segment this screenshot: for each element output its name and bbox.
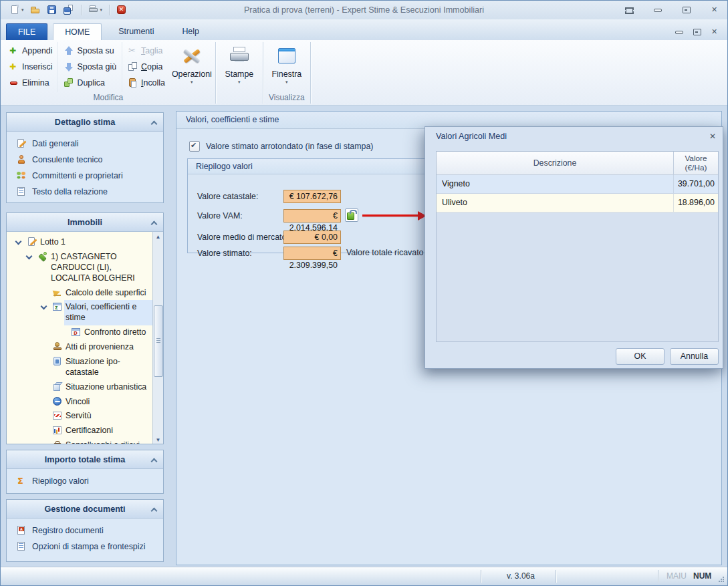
tree-node-situazione-ipo-catastale[interactable]: Situazione ipo-catastale xyxy=(7,355,163,380)
scroll-up-icon[interactable]: ▲ xyxy=(154,232,162,242)
save-button[interactable] xyxy=(45,3,59,17)
mdi-minimize-icon[interactable] xyxy=(674,27,683,37)
copia-button[interactable]: Copia xyxy=(124,59,169,75)
open-vam-icon[interactable] xyxy=(345,208,358,222)
exit-app-button[interactable] xyxy=(114,3,129,17)
plus-green-icon xyxy=(9,45,19,56)
panel-header[interactable]: Immobili xyxy=(7,213,163,232)
title-bar: ▾▾ Pratica di prova (terreni) - Expert S… xyxy=(1,1,727,19)
sidebar-item-dati-generali[interactable]: Dati generali xyxy=(7,136,163,152)
ribbon-group-label: Modifica xyxy=(3,92,213,105)
incolla-button[interactable]: Incolla xyxy=(124,75,169,91)
collapse-chevron-icon[interactable] xyxy=(152,120,156,125)
ok-button[interactable]: OK xyxy=(616,348,664,365)
annulla-button[interactable]: Annulla xyxy=(670,348,719,365)
tree-expander-icon[interactable] xyxy=(26,254,32,260)
ribbon-separator xyxy=(215,42,216,104)
minimize-icon[interactable] xyxy=(652,5,663,15)
rounded-value-checkbox[interactable] xyxy=(189,141,200,152)
dialog-close-icon[interactable]: ✕ xyxy=(709,131,716,142)
field-label-valore-catastale: Valore catastale: xyxy=(197,190,258,203)
rounded-value-label: Valore stimato arrotondato (in fase di s… xyxy=(206,142,373,151)
tree-node-vincoli[interactable]: Vincoli xyxy=(7,395,163,410)
tree-expander-icon[interactable] xyxy=(15,239,21,245)
resize-grip[interactable] xyxy=(718,576,725,583)
mdi-close-icon[interactable] xyxy=(710,27,719,37)
cut-icon xyxy=(128,45,138,56)
tree-node-sopralluoghi-e-rilievi[interactable]: Sopralluoghi e rilievi xyxy=(7,438,163,444)
tree-node-certificazioni[interactable]: Certificazioni xyxy=(7,424,163,438)
stampe-button[interactable]: Stampe ▾ xyxy=(218,42,261,92)
tree-node-lotto-1[interactable]: Lotto 1 xyxy=(7,235,163,250)
report-text-icon xyxy=(16,186,27,197)
exit-app-icon xyxy=(116,5,127,15)
general-data-icon xyxy=(16,138,27,149)
open-file-button[interactable] xyxy=(28,3,43,17)
tree-node-calcolo-delle-superfici[interactable]: Calcolo delle superfici xyxy=(7,286,163,301)
operazioni-button[interactable]: Operazioni▾ xyxy=(170,42,213,92)
dropdown-arrow-icon: ▾ xyxy=(285,80,288,85)
mdi-restore-icon[interactable] xyxy=(692,27,701,37)
tree-node-confronto-diretto[interactable]: Confronto diretto xyxy=(7,325,163,340)
scrollbar-thumb[interactable] xyxy=(154,305,163,377)
tab-file[interactable]: FILE xyxy=(6,23,47,40)
parcel-icon xyxy=(37,251,48,262)
sidebar-item-registro-documenti[interactable]: Registro documenti xyxy=(7,523,163,539)
duplicate-icon xyxy=(64,78,74,88)
panel-header[interactable]: Gestione documenti xyxy=(7,500,163,519)
field-value-valore-vam[interactable]: € 2.014.596,14 xyxy=(283,209,341,223)
sposta-giu-button[interactable]: Sposta giù xyxy=(59,59,120,75)
collapse-chevron-icon[interactable] xyxy=(152,458,156,462)
print-options-icon xyxy=(16,541,27,552)
tree-node-1-castagneto-carducci-li-localita-bolgheri[interactable]: 1) CASTAGNETO CARDUCCI (LI), LOCALITA BO… xyxy=(7,250,163,286)
cadastral-icon xyxy=(52,356,63,367)
tab-home[interactable]: HOME xyxy=(53,23,102,40)
sidebar-item-consulente-tecnico[interactable]: Consulente tecnico xyxy=(7,152,163,168)
panel-header[interactable]: Dettaglio stima xyxy=(7,113,163,132)
ribbon: AppendiInserisciEliminaSposta suSposta g… xyxy=(1,40,727,106)
tree-node-situazione-urbanistica[interactable]: Situazione urbanistica xyxy=(7,380,163,395)
print-button[interactable]: ▾ xyxy=(86,3,105,17)
appendi-button[interactable]: Appendi xyxy=(5,43,56,59)
vam-table-row-uliveto[interactable]: Uliveto18.896,00 xyxy=(437,194,718,212)
tree-node-valori-coefficienti-e-stime[interactable]: Valori, coefficienti e stime xyxy=(7,300,163,325)
finestra-button[interactable]: Finestra ▾ xyxy=(265,42,308,92)
arrow-up-icon xyxy=(64,45,74,56)
dropdown-arrow-icon: ▾ xyxy=(21,7,24,13)
copy-icon xyxy=(128,61,138,72)
field-value-valore-catastale[interactable]: € 107.672,76 xyxy=(283,190,341,203)
duplica-button[interactable]: Duplica xyxy=(59,75,120,91)
fullscreen-icon[interactable] xyxy=(624,5,634,15)
sposta-su-button[interactable]: Sposta su xyxy=(59,43,120,59)
vam-table-row-vigneto[interactable]: Vigneto39.701,00 xyxy=(437,175,718,194)
panel-header[interactable]: Importo totale stima xyxy=(7,450,163,469)
compare-table-icon xyxy=(71,327,82,337)
sum-icon xyxy=(16,476,27,486)
tab-help[interactable]: Help xyxy=(170,23,210,40)
tree-node-servitu[interactable]: Servitù xyxy=(7,409,163,424)
collapse-chevron-icon[interactable] xyxy=(152,221,156,225)
collapse-chevron-icon[interactable] xyxy=(152,507,156,512)
sidebar-item-committenti-e-proprietari[interactable]: Committenti e proprietari xyxy=(7,168,163,184)
close-icon[interactable] xyxy=(710,5,721,15)
sidebar: Dettaglio stimaDati generaliConsulente t… xyxy=(6,112,164,562)
inserisci-button[interactable]: Inserisci xyxy=(5,59,56,75)
save-copy-button[interactable] xyxy=(62,3,76,17)
valore-stimato-note: Valore totale ricavato da xyxy=(346,248,435,257)
tree-expander-icon[interactable] xyxy=(41,304,47,310)
tab-strumenti[interactable]: Strumenti xyxy=(107,23,165,40)
maximize-icon[interactable] xyxy=(681,5,692,15)
new-document-button[interactable]: ▾ xyxy=(7,3,26,17)
sidebar-item-opzioni-di-stampa-e-frontespizi[interactable]: Opzioni di stampa e frontespizi xyxy=(7,539,163,555)
scroll-down-icon[interactable]: ▼ xyxy=(154,435,162,444)
tree-scrollbar[interactable]: ▲▼ xyxy=(152,232,163,444)
field-value-valore-medio-di-mercato[interactable]: € 0,00 xyxy=(283,231,341,244)
tree-node-atti-di-provenienza[interactable]: Atti di provenienza xyxy=(7,340,163,355)
consultant-icon xyxy=(16,154,27,165)
values-table-icon xyxy=(52,301,63,312)
field-value-valore-stimato[interactable]: € 2.309.399,50 xyxy=(283,247,341,260)
field-label-valore-medio-di-mercato: Valore medio di mercato: xyxy=(197,231,289,244)
sidebar-item-testo-della-relazione[interactable]: Testo della relazione xyxy=(7,184,163,200)
sidebar-item-riepilogo-valori[interactable]: Riepilogo valori xyxy=(7,473,163,489)
elimina-button[interactable]: Elimina xyxy=(5,75,56,91)
